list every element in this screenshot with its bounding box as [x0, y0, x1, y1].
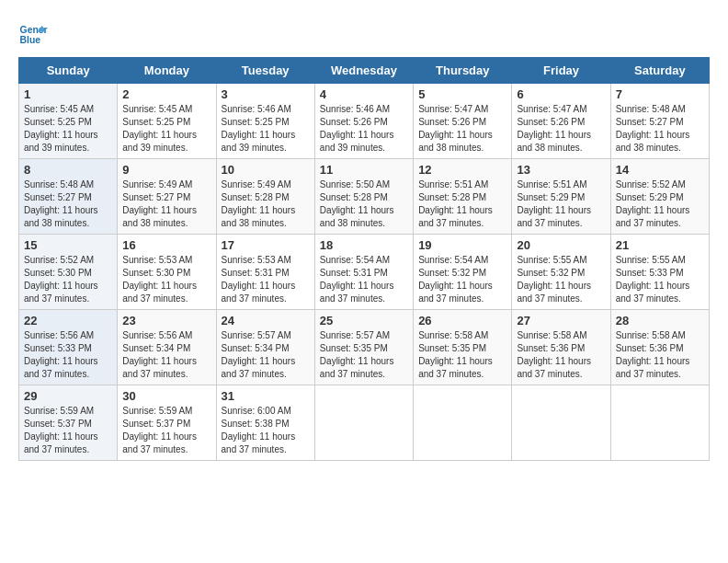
- calendar-day-cell: 23 Sunrise: 5:56 AM Sunset: 5:34 PM Dayl…: [118, 310, 216, 385]
- day-number: 25: [320, 314, 408, 327]
- day-number: 28: [616, 314, 704, 327]
- logo: General Blue: [18, 18, 48, 48]
- day-info: Sunrise: 5:55 AM Sunset: 5:33 PM Dayligh…: [616, 254, 704, 305]
- day-number: 1: [24, 87, 112, 101]
- calendar-day-cell: 9 Sunrise: 5:49 AM Sunset: 5:27 PM Dayli…: [118, 159, 216, 235]
- day-info: Sunrise: 5:58 AM Sunset: 5:35 PM Dayligh…: [418, 329, 506, 381]
- day-info: Sunrise: 5:47 AM Sunset: 5:26 PM Dayligh…: [517, 103, 605, 155]
- day-info: Sunrise: 5:52 AM Sunset: 5:30 PM Dayligh…: [24, 254, 112, 305]
- day-info: Sunrise: 5:46 AM Sunset: 5:26 PM Dayligh…: [320, 103, 408, 155]
- calendar-day-cell: 14 Sunrise: 5:52 AM Sunset: 5:29 PM Dayl…: [610, 159, 709, 235]
- weekday-header: Tuesday: [216, 58, 314, 84]
- day-number: 4: [320, 87, 408, 101]
- calendar-day-cell: 18 Sunrise: 5:54 AM Sunset: 5:31 PM Dayl…: [314, 235, 413, 310]
- logo-icon: General Blue: [18, 18, 48, 48]
- day-number: 31: [222, 389, 310, 403]
- day-number: 16: [122, 238, 210, 252]
- calendar-day-cell: 7 Sunrise: 5:48 AM Sunset: 5:27 PM Dayli…: [610, 84, 709, 159]
- calendar-day-cell: 20 Sunrise: 5:55 AM Sunset: 5:32 PM Dayl…: [512, 235, 610, 310]
- day-info: Sunrise: 5:55 AM Sunset: 5:32 PM Dayligh…: [517, 254, 605, 305]
- day-info: Sunrise: 5:47 AM Sunset: 5:26 PM Dayligh…: [418, 103, 506, 155]
- day-info: Sunrise: 5:45 AM Sunset: 5:25 PM Dayligh…: [24, 103, 112, 155]
- calendar-day-cell: [512, 385, 610, 461]
- day-number: 7: [616, 87, 704, 101]
- day-info: Sunrise: 5:56 AM Sunset: 5:34 PM Dayligh…: [122, 329, 210, 381]
- day-number: 13: [517, 163, 605, 177]
- day-number: 18: [320, 238, 408, 252]
- day-number: 5: [418, 87, 506, 101]
- calendar-header-row: SundayMondayTuesdayWednesdayThursdayFrid…: [19, 58, 710, 84]
- day-info: Sunrise: 5:57 AM Sunset: 5:35 PM Dayligh…: [320, 329, 408, 381]
- day-number: 29: [24, 389, 112, 403]
- day-info: Sunrise: 5:46 AM Sunset: 5:25 PM Dayligh…: [222, 103, 310, 155]
- calendar-day-cell: 1 Sunrise: 5:45 AM Sunset: 5:25 PM Dayli…: [19, 84, 118, 159]
- day-info: Sunrise: 5:56 AM Sunset: 5:33 PM Dayligh…: [24, 329, 112, 381]
- day-number: 17: [222, 238, 310, 252]
- calendar-day-cell: 17 Sunrise: 5:53 AM Sunset: 5:31 PM Dayl…: [216, 235, 314, 310]
- calendar-table: SundayMondayTuesdayWednesdayThursdayFrid…: [18, 57, 710, 461]
- day-number: 23: [122, 314, 210, 327]
- day-number: 10: [222, 163, 310, 177]
- svg-text:Blue: Blue: [20, 35, 41, 45]
- day-number: 8: [24, 163, 112, 177]
- day-info: Sunrise: 5:59 AM Sunset: 5:37 PM Dayligh…: [24, 405, 112, 456]
- calendar-day-cell: [314, 385, 413, 461]
- calendar-week-row: 22 Sunrise: 5:56 AM Sunset: 5:33 PM Dayl…: [19, 310, 710, 385]
- weekday-header: Sunday: [19, 58, 118, 84]
- day-number: 12: [418, 163, 506, 177]
- calendar-day-cell: 25 Sunrise: 5:57 AM Sunset: 5:35 PM Dayl…: [314, 310, 413, 385]
- day-info: Sunrise: 5:54 AM Sunset: 5:32 PM Dayligh…: [418, 254, 506, 305]
- day-number: 9: [122, 163, 210, 177]
- calendar-day-cell: 16 Sunrise: 5:53 AM Sunset: 5:30 PM Dayl…: [118, 235, 216, 310]
- day-number: 26: [418, 314, 506, 327]
- calendar-day-cell: 31 Sunrise: 6:00 AM Sunset: 5:38 PM Dayl…: [216, 385, 314, 461]
- weekday-header: Monday: [118, 58, 216, 84]
- day-number: 6: [517, 87, 605, 101]
- day-number: 2: [122, 87, 210, 101]
- calendar-day-cell: 6 Sunrise: 5:47 AM Sunset: 5:26 PM Dayli…: [512, 84, 610, 159]
- weekday-header: Saturday: [610, 58, 709, 84]
- day-info: Sunrise: 5:48 AM Sunset: 5:27 PM Dayligh…: [616, 103, 704, 155]
- calendar-day-cell: 12 Sunrise: 5:51 AM Sunset: 5:28 PM Dayl…: [414, 159, 512, 235]
- weekday-header: Wednesday: [314, 58, 413, 84]
- calendar-day-cell: 3 Sunrise: 5:46 AM Sunset: 5:25 PM Dayli…: [216, 84, 314, 159]
- calendar-day-cell: 21 Sunrise: 5:55 AM Sunset: 5:33 PM Dayl…: [610, 235, 709, 310]
- calendar-body: 1 Sunrise: 5:45 AM Sunset: 5:25 PM Dayli…: [19, 84, 710, 461]
- day-info: Sunrise: 5:48 AM Sunset: 5:27 PM Dayligh…: [24, 178, 112, 230]
- calendar-day-cell: 27 Sunrise: 5:58 AM Sunset: 5:36 PM Dayl…: [512, 310, 610, 385]
- day-number: 3: [222, 87, 310, 101]
- calendar-day-cell: 13 Sunrise: 5:51 AM Sunset: 5:29 PM Dayl…: [512, 159, 610, 235]
- day-info: Sunrise: 5:58 AM Sunset: 5:36 PM Dayligh…: [616, 329, 704, 381]
- weekday-header: Friday: [512, 58, 610, 84]
- day-info: Sunrise: 5:53 AM Sunset: 5:30 PM Dayligh…: [122, 254, 210, 305]
- calendar-day-cell: 5 Sunrise: 5:47 AM Sunset: 5:26 PM Dayli…: [414, 84, 512, 159]
- calendar-day-cell: [414, 385, 512, 461]
- calendar-day-cell: 30 Sunrise: 5:59 AM Sunset: 5:37 PM Dayl…: [118, 385, 216, 461]
- calendar-day-cell: [610, 385, 709, 461]
- day-number: 20: [517, 238, 605, 252]
- day-number: 24: [222, 314, 310, 327]
- calendar-day-cell: 29 Sunrise: 5:59 AM Sunset: 5:37 PM Dayl…: [19, 385, 118, 461]
- calendar-week-row: 8 Sunrise: 5:48 AM Sunset: 5:27 PM Dayli…: [19, 159, 710, 235]
- day-number: 21: [616, 238, 704, 252]
- day-info: Sunrise: 5:54 AM Sunset: 5:31 PM Dayligh…: [320, 254, 408, 305]
- day-number: 15: [24, 238, 112, 252]
- calendar-day-cell: 28 Sunrise: 5:58 AM Sunset: 5:36 PM Dayl…: [610, 310, 709, 385]
- calendar-day-cell: 8 Sunrise: 5:48 AM Sunset: 5:27 PM Dayli…: [19, 159, 118, 235]
- calendar-day-cell: 19 Sunrise: 5:54 AM Sunset: 5:32 PM Dayl…: [414, 235, 512, 310]
- day-info: Sunrise: 5:58 AM Sunset: 5:36 PM Dayligh…: [517, 329, 605, 381]
- day-info: Sunrise: 5:52 AM Sunset: 5:29 PM Dayligh…: [616, 178, 704, 230]
- calendar-week-row: 15 Sunrise: 5:52 AM Sunset: 5:30 PM Dayl…: [19, 235, 710, 310]
- weekday-header: Thursday: [414, 58, 512, 84]
- calendar-day-cell: 22 Sunrise: 5:56 AM Sunset: 5:33 PM Dayl…: [19, 310, 118, 385]
- day-number: 14: [616, 163, 704, 177]
- day-number: 19: [418, 238, 506, 252]
- day-info: Sunrise: 5:45 AM Sunset: 5:25 PM Dayligh…: [122, 103, 210, 155]
- day-info: Sunrise: 5:49 AM Sunset: 5:27 PM Dayligh…: [122, 178, 210, 230]
- day-info: Sunrise: 5:57 AM Sunset: 5:34 PM Dayligh…: [222, 329, 310, 381]
- day-info: Sunrise: 5:53 AM Sunset: 5:31 PM Dayligh…: [222, 254, 310, 305]
- calendar-day-cell: 24 Sunrise: 5:57 AM Sunset: 5:34 PM Dayl…: [216, 310, 314, 385]
- calendar-day-cell: 11 Sunrise: 5:50 AM Sunset: 5:28 PM Dayl…: [314, 159, 413, 235]
- day-info: Sunrise: 5:51 AM Sunset: 5:28 PM Dayligh…: [418, 178, 506, 230]
- day-number: 11: [320, 163, 408, 177]
